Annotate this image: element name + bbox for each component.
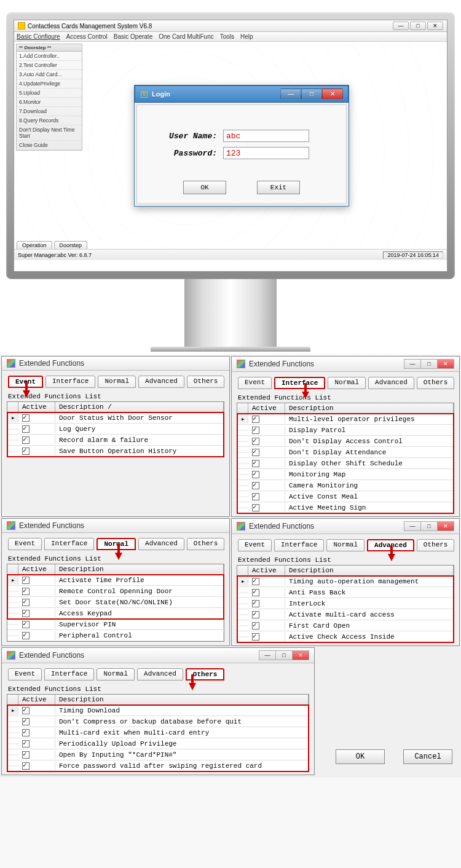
checkbox-icon[interactable]: [252, 493, 259, 500]
minimize-button[interactable]: —: [404, 521, 421, 531]
cancel-button[interactable]: Cancel: [403, 749, 452, 764]
col-active[interactable]: Active: [18, 695, 55, 704]
close-button[interactable]: ✕: [427, 22, 443, 30]
minimize-button[interactable]: —: [404, 359, 421, 369]
active-cell[interactable]: [18, 750, 55, 759]
tab-normal[interactable]: Normal: [326, 539, 364, 551]
login-exit-button[interactable]: Exit: [257, 181, 300, 194]
active-cell[interactable]: [248, 577, 285, 585]
username-input[interactable]: [223, 130, 309, 142]
sidebar-item-add-controller[interactable]: 1.Add Controller..: [17, 52, 82, 61]
menu-tools[interactable]: Tools: [220, 33, 234, 40]
checkbox-icon[interactable]: [252, 622, 259, 629]
col-active[interactable]: Active: [248, 566, 285, 575]
sidebar-item-dont-display[interactable]: Don't Display Next Time Start: [17, 125, 82, 141]
maximize-button[interactable]: □: [410, 22, 426, 30]
checkbox-icon[interactable]: [22, 436, 30, 444]
tab-interface[interactable]: Interface: [44, 668, 94, 681]
tab-doorstep[interactable]: Doorstep: [54, 241, 88, 249]
tab-normal[interactable]: Normal: [328, 377, 366, 389]
maximize-button[interactable]: □: [420, 359, 438, 369]
active-cell[interactable]: [18, 717, 55, 725]
active-cell[interactable]: [248, 436, 285, 445]
checkbox-icon[interactable]: [22, 707, 30, 714]
active-cell[interactable]: [248, 599, 285, 607]
active-cell[interactable]: [18, 575, 55, 584]
active-cell[interactable]: [248, 448, 285, 456]
checkbox-icon[interactable]: [252, 611, 259, 618]
tab-advanced[interactable]: Advanced: [138, 376, 184, 388]
login-minimize-button[interactable]: —: [280, 89, 301, 100]
tab-event[interactable]: Event: [238, 377, 272, 389]
active-cell[interactable]: [18, 631, 55, 639]
checkbox-icon[interactable]: [22, 425, 30, 433]
minimize-button[interactable]: —: [393, 22, 409, 30]
col-active[interactable]: Active: [18, 402, 55, 412]
checkbox-icon[interactable]: [22, 621, 30, 628]
tab-normal[interactable]: Normal: [98, 376, 136, 388]
tab-advanced[interactable]: Advanced: [368, 377, 414, 389]
checkbox-icon[interactable]: [22, 729, 30, 736]
close-button[interactable]: ✕: [437, 359, 454, 369]
active-cell[interactable]: [248, 492, 285, 500]
active-cell[interactable]: [18, 413, 55, 422]
active-cell[interactable]: [248, 470, 285, 478]
active-cell[interactable]: [18, 739, 55, 748]
active-cell[interactable]: [248, 414, 285, 423]
active-cell[interactable]: [248, 481, 285, 489]
menu-basic-configure[interactable]: Basic Configure: [17, 33, 60, 40]
checkbox-icon[interactable]: [22, 577, 30, 584]
login-close-button[interactable]: ✕: [322, 89, 343, 100]
maximize-button[interactable]: □: [275, 650, 293, 660]
active-cell[interactable]: [18, 761, 55, 770]
close-button[interactable]: ✕: [292, 650, 309, 660]
login-ok-button[interactable]: OK: [183, 181, 226, 194]
col-active[interactable]: Active: [248, 403, 285, 413]
active-cell[interactable]: [18, 598, 55, 606]
checkbox-icon[interactable]: [252, 416, 259, 423]
checkbox-icon[interactable]: [22, 610, 30, 617]
checkbox-icon[interactable]: [22, 762, 30, 770]
tab-operation[interactable]: Operation: [17, 241, 52, 249]
active-cell[interactable]: [248, 459, 285, 467]
sidebar-item-update-privilege[interactable]: 4.UpdatePrivilege: [17, 79, 82, 89]
ok-button[interactable]: OK: [336, 749, 385, 764]
col-description[interactable]: Description: [55, 564, 224, 574]
checkbox-icon[interactable]: [252, 504, 259, 511]
active-cell[interactable]: [248, 610, 285, 618]
checkbox-icon[interactable]: [22, 740, 30, 748]
checkbox-icon[interactable]: [252, 471, 259, 478]
checkbox-icon[interactable]: [252, 482, 259, 489]
sidebar-item-upload[interactable]: 5.Upload: [17, 89, 82, 98]
tab-interface[interactable]: Interface: [44, 538, 94, 550]
tab-event[interactable]: Event: [238, 539, 272, 551]
checkbox-icon[interactable]: [252, 633, 259, 641]
sidebar-item-test-controller[interactable]: 2.Test Controller: [17, 61, 82, 70]
active-cell[interactable]: [18, 706, 55, 714]
menu-access-control[interactable]: Access Control: [66, 33, 108, 40]
menu-one-card[interactable]: One Card MultiFunc: [159, 33, 213, 40]
active-cell[interactable]: [18, 586, 55, 595]
col-description[interactable]: Description: [55, 695, 309, 704]
sidebar-item-auto-add-card[interactable]: 3.Auto Add Card...: [17, 70, 82, 79]
sidebar-item-download[interactable]: 7.Download: [17, 107, 82, 116]
password-input[interactable]: [223, 147, 309, 159]
tab-others[interactable]: Others: [187, 538, 225, 550]
checkbox-icon[interactable]: [22, 599, 30, 606]
tab-interface[interactable]: Interface: [45, 376, 95, 388]
checkbox-icon[interactable]: [252, 438, 259, 445]
sidebar-item-close-guide[interactable]: Close Guide: [17, 141, 82, 150]
active-cell[interactable]: [18, 435, 55, 444]
menu-basic-operate[interactable]: Basic Operate: [114, 33, 152, 40]
checkbox-icon[interactable]: [252, 460, 259, 467]
tab-others[interactable]: Others: [417, 377, 455, 389]
checkbox-icon[interactable]: [252, 427, 259, 434]
active-cell[interactable]: [18, 620, 55, 628]
col-description[interactable]: Description: [285, 566, 454, 575]
maximize-button[interactable]: □: [420, 521, 438, 531]
active-cell[interactable]: [18, 609, 55, 617]
sidebar-item-monitor[interactable]: 6.Monitor: [17, 98, 82, 107]
active-cell[interactable]: [248, 632, 285, 641]
checkbox-icon[interactable]: [22, 751, 30, 759]
checkbox-icon[interactable]: [252, 578, 259, 585]
